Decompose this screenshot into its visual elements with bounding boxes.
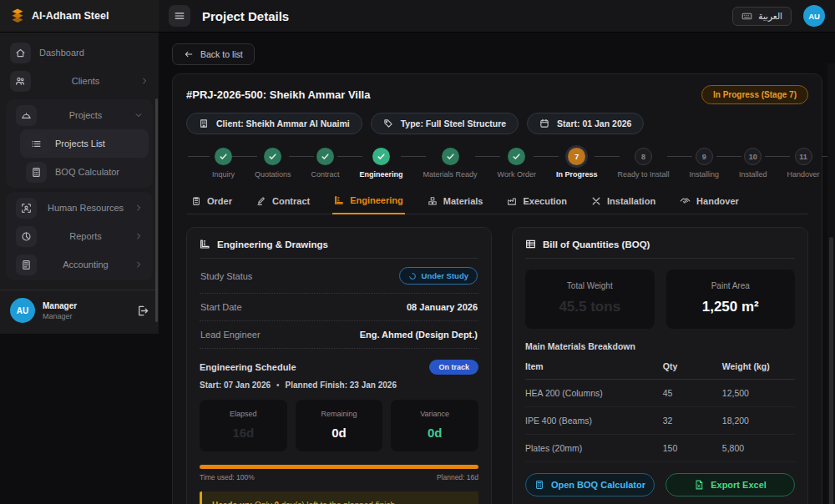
menu-toggle-button[interactable] [169, 5, 190, 27]
chevron-right-icon [134, 260, 143, 269]
tab-label: Order [207, 196, 232, 206]
export-excel-button[interactable]: Export Excel [665, 473, 795, 496]
stage-materials-ready[interactable]: Materials Ready [421, 148, 480, 179]
ledger-icon [16, 255, 37, 275]
chip-label: Client: Sheikh Ammar Al Nuaimi [216, 118, 350, 129]
cell-item: Plates (20mm) [525, 435, 663, 462]
brand-name: Al-Adham Steel [32, 10, 109, 22]
sidebar: Dashboard Clients Projects Projects List [0, 32, 159, 334]
sidebar-profile: AU Manager Manager [0, 290, 159, 332]
row-label: Lead Engineer [200, 330, 261, 340]
sidebar-item-reports[interactable]: Reports [6, 222, 153, 250]
stat-value: 0d [299, 426, 380, 440]
stage-label: Engineering [360, 170, 403, 179]
stat-label: Remaining [299, 410, 380, 418]
user-avatar[interactable]: AU [803, 5, 825, 27]
check-icon [372, 148, 390, 165]
logout-button[interactable] [136, 305, 149, 317]
stage-in-progress[interactable]: 7 In Progress [554, 148, 600, 179]
remaining-stat: Remaining 0d [296, 400, 383, 451]
open-boq-calculator-button[interactable]: Open BOQ Calculator [525, 473, 655, 496]
sidebar-item-human-resources[interactable]: Human Resources [6, 194, 153, 222]
deadline-warning: Heads up: Only 0 day(s) left to the plan… [200, 491, 478, 504]
profile-name: Manager [43, 300, 77, 312]
boxes-icon [428, 196, 438, 206]
tab-label: Contract [272, 196, 310, 206]
warning-text: Only [252, 501, 274, 504]
sidebar-item-dashboard[interactable]: Dashboard [0, 38, 159, 67]
start-date-chip: Start: 01 Jan 2026 [527, 113, 644, 134]
sidebar-item-accounting[interactable]: Accounting [6, 250, 153, 279]
brand[interactable]: Al-Adham Steel [0, 0, 159, 32]
stage-stepper: Inquiry Quotations Contract Engineering [188, 148, 808, 179]
project-chips: Client: Sheikh Ammar Al Nuaimi Type: Ful… [186, 113, 808, 134]
stage-label: Materials Ready [423, 170, 478, 179]
tab-label: Installation [607, 196, 655, 206]
chevron-right-icon [134, 204, 143, 212]
schedule-finish: Planned Finish: 23 Jan 2026 [286, 381, 397, 390]
home-icon [10, 43, 31, 63]
hamburger-icon [174, 10, 185, 22]
stage-handover[interactable]: 11 Handover [785, 148, 822, 179]
stage-work-order[interactable]: Work Order [495, 148, 539, 179]
stage-inquiry[interactable]: Inquiry [210, 148, 237, 179]
stage-contract[interactable]: Contract [309, 148, 342, 179]
drafting-icon [200, 239, 210, 249]
tab-contract[interactable]: Contract [255, 189, 311, 214]
warning-text: day(s) left to the planned finish. [279, 501, 397, 504]
total-weight-stat: Total Weight 45.5 tons [525, 270, 655, 329]
column-header-weight: Weight (kg) [722, 354, 795, 380]
boq-stats: Total Weight 45.5 tons Paint Area 1,250 … [525, 270, 795, 329]
factory-icon [507, 196, 517, 206]
stage-ready-to-install[interactable]: 8 Ready to Install [615, 148, 671, 179]
stage-installing[interactable]: 9 Installing [687, 148, 722, 179]
tab-order[interactable]: Order [190, 189, 234, 214]
page-scrollbar[interactable] [827, 63, 835, 504]
sidebar-scrollbar[interactable] [155, 98, 158, 322]
column-header-qty: Qty [663, 354, 722, 380]
schedule-dates: Start: 07 Jan 2026 • Planned Finish: 23 … [200, 381, 478, 390]
detail-tabs: Order Contract Engineering Materials Exe… [186, 189, 808, 214]
sidebar-item-clients[interactable]: Clients [0, 67, 159, 95]
row-value: 08 January 2026 [407, 302, 478, 312]
tab-installation[interactable]: Installation [590, 189, 657, 214]
sidebar-item-projects-list[interactable]: Projects List [20, 129, 149, 158]
sidebar-item-boq-calculator[interactable]: BOQ Calculator [16, 158, 153, 186]
tab-materials[interactable]: Materials [426, 189, 485, 214]
pie-chart-icon [16, 226, 37, 247]
scrollbar-thumb[interactable] [829, 237, 833, 504]
chip-label: Type: Full Steel Structure [401, 118, 506, 129]
stage-installed[interactable]: 10 Installed [736, 148, 770, 179]
calendar-icon [539, 118, 549, 129]
stage-label: Handover [787, 170, 820, 179]
users-icon [10, 71, 31, 92]
stage-label: Installing [690, 170, 720, 179]
time-progress-fill [200, 465, 478, 469]
stat-label: Elapsed [203, 410, 284, 418]
sidebar-item-projects[interactable]: Projects [6, 101, 153, 129]
sidebar-item-label: Projects [45, 110, 126, 120]
variance-stat: Variance 0d [391, 400, 478, 451]
language-label: العربية [758, 11, 782, 21]
stage-number: 9 [696, 148, 713, 165]
warning-title: Heads up: [212, 501, 252, 504]
row-label: Study Status [200, 271, 252, 281]
stage-engineering[interactable]: Engineering [357, 148, 406, 179]
tab-execution[interactable]: Execution [505, 189, 569, 214]
back-to-list-label: Back to list [200, 49, 243, 59]
main-content: Back to list #PRJ-2026-500: Sheikh Ammar… [159, 32, 835, 504]
back-to-list-button[interactable]: Back to list [172, 43, 255, 65]
tab-engineering[interactable]: Engineering [332, 189, 405, 214]
on-track-badge: On track [429, 360, 478, 375]
stage-quotations[interactable]: Quotations [252, 148, 294, 179]
app-window: Al-Adham Steel Project Details العربية A… [0, 0, 835, 504]
under-study-badge[interactable]: Under Study [399, 267, 478, 285]
sidebar-group-admin: Human Resources Reports Accounting [6, 192, 153, 280]
stage-label: Ready to Install [617, 170, 669, 179]
language-switch-button[interactable]: العربية [732, 7, 792, 26]
check-icon [442, 148, 459, 165]
table-row: HEA 200 (Columns) 45 12,500 [525, 380, 795, 407]
cell-weight: 12,500 [722, 380, 795, 407]
tab-handover[interactable]: Handover [678, 189, 741, 214]
stage-label: Contract [311, 170, 340, 179]
